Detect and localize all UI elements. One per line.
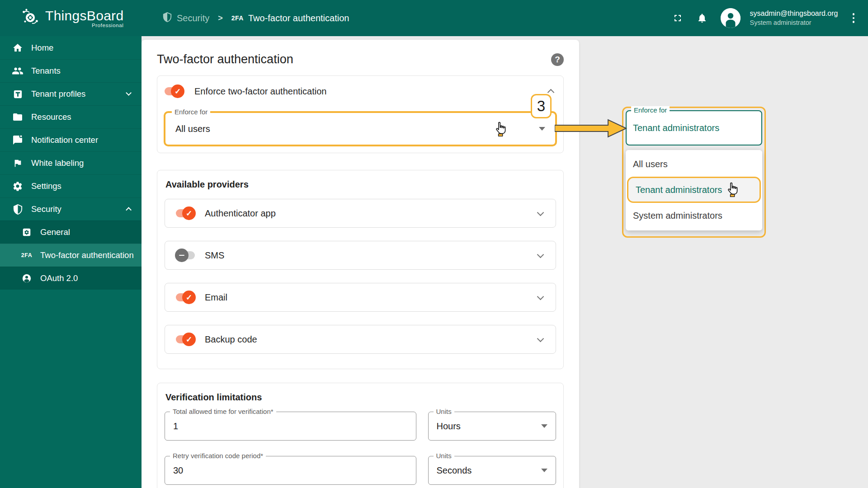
app-window: ThingsBoard Professional Security > 2FA … — [0, 0, 868, 488]
select-arrow-icon[interactable] — [541, 469, 547, 472]
home-icon — [12, 42, 24, 54]
annotation-step-number: 3 — [531, 94, 552, 118]
provider-row-sms[interactable]: SMS — [165, 241, 556, 270]
retry-code-period-field[interactable]: Retry verification code period* 30 — [165, 456, 416, 485]
total-time-units-select[interactable]: Units Hours — [428, 412, 557, 441]
sidebar-item-home[interactable]: Home — [0, 36, 142, 59]
annotation-arrow-icon — [555, 118, 627, 138]
sidebar-item-notification-center[interactable]: Notification center — [0, 128, 142, 151]
select-arrow-icon[interactable] — [539, 127, 545, 131]
main-content: Two-factor authentication ? Enforce two-… — [142, 36, 868, 488]
breadcrumb-page: 2FA Two-factor authentication — [231, 13, 349, 23]
enforce-for-value: All users — [175, 124, 210, 134]
help-icon[interactable]: ? — [551, 53, 564, 66]
option-all-users[interactable]: All users — [626, 154, 762, 174]
enforce-for-result-field: Enforce for Tenant administrators — [626, 110, 762, 145]
brand-edition: Professional — [45, 23, 123, 28]
sidebar-item-tenants[interactable]: Tenants — [0, 59, 142, 82]
breadcrumb-separator: > — [218, 14, 223, 23]
folder-icon — [12, 111, 24, 123]
select-arrow-icon[interactable] — [541, 424, 547, 428]
chevron-down-icon — [126, 90, 132, 96]
page-title: Two-factor authentication — [157, 52, 293, 66]
sidebar-item-general[interactable]: General — [0, 221, 142, 244]
provider-row-authenticator-app[interactable]: Authenticator app — [165, 199, 556, 228]
chevron-up-icon — [126, 207, 132, 213]
brand-name: ThingsBoard — [45, 9, 123, 23]
sidebar-item-white-labeling[interactable]: White labeling — [0, 151, 142, 174]
2fa-icon: 2FA — [231, 14, 244, 22]
sidebar-item-resources[interactable]: Resources — [0, 105, 142, 128]
user-info[interactable]: sysadmin@thingsboard.org System administ… — [750, 9, 838, 27]
enforce-2fa-label: Enforce two-factor authentication — [194, 86, 326, 97]
provider-row-email[interactable]: Email — [165, 283, 556, 312]
verification-limitations-panel: Verification limitations Total allowed t… — [157, 383, 564, 488]
chevron-down-icon[interactable] — [537, 251, 544, 258]
oauth-person-icon — [21, 272, 33, 284]
total-allowed-time-field[interactable]: Total allowed time for verification* 1 — [165, 412, 416, 441]
sidebar-item-security[interactable]: Security — [0, 197, 142, 221]
user-role: System administrator — [750, 19, 838, 28]
verification-heading: Verification limitations — [165, 392, 555, 403]
user-avatar[interactable] — [721, 8, 741, 28]
chevron-down-icon[interactable] — [537, 335, 544, 342]
sms-toggle[interactable] — [175, 249, 196, 262]
option-system-administrators[interactable]: System administrators — [626, 205, 762, 226]
chevron-down-icon[interactable] — [537, 293, 544, 300]
notification-center-icon — [12, 134, 24, 146]
tenants-icon — [12, 65, 24, 77]
sidebar-item-tenant-profiles[interactable]: Tenant profiles — [0, 82, 142, 105]
general-gear-icon — [21, 226, 33, 238]
providers-heading: Available providers — [165, 179, 555, 190]
sidebar-item-oauth[interactable]: OAuth 2.0 — [0, 267, 142, 290]
authenticator-app-toggle[interactable] — [175, 206, 196, 220]
2fa-icon: 2FA — [21, 249, 33, 261]
enforce-panel: Enforce two-factor authentication Enforc… — [157, 75, 564, 153]
enforce-for-annotation-popup: Enforce for Tenant administrators All us… — [622, 107, 766, 238]
user-email: sysadmin@thingsboard.org — [750, 9, 838, 19]
shield-icon — [162, 12, 172, 25]
brand-logo[interactable]: ThingsBoard Professional — [0, 7, 142, 29]
enforce-2fa-toggle[interactable] — [164, 84, 184, 98]
breadcrumb-security[interactable]: Security — [162, 12, 209, 25]
provider-row-backup-code[interactable]: Backup code — [165, 325, 556, 354]
hand-cursor-icon — [726, 182, 740, 197]
notifications-bell-icon[interactable] — [696, 12, 708, 24]
sidebar-item-two-factor-authentication[interactable]: 2FA Two-factor authentication — [0, 244, 142, 267]
breadcrumb: Security > 2FA Two-factor authentication — [162, 12, 672, 25]
sidebar-item-settings[interactable]: Settings — [0, 174, 142, 197]
enforce-for-label: Enforce for — [172, 108, 210, 116]
enforce-for-options-menu: All users Tenant administrators System a… — [626, 150, 762, 230]
sidebar-nav: Home Tenants Tenant profiles Resources N… — [0, 36, 142, 488]
fullscreen-icon[interactable] — [672, 12, 684, 24]
chevron-down-icon[interactable] — [537, 209, 544, 216]
available-providers-panel: Available providers Authenticator app SM… — [157, 170, 564, 369]
tenant-profiles-icon — [12, 88, 24, 100]
thingsboard-bug-icon — [20, 7, 41, 29]
enforce-for-select[interactable]: Enforce for All users 3 — [164, 111, 557, 146]
option-tenant-administrators[interactable]: Tenant administrators — [627, 177, 761, 203]
email-toggle[interactable] — [175, 291, 196, 304]
white-labeling-icon — [12, 157, 24, 169]
hand-cursor-icon — [494, 121, 508, 136]
two-factor-settings-card: Two-factor authentication ? Enforce two-… — [142, 40, 579, 488]
header-actions: sysadmin@thingsboard.org System administ… — [672, 8, 868, 28]
more-menu-icon[interactable] — [851, 11, 857, 25]
gear-icon — [12, 180, 24, 192]
shield-icon — [12, 203, 24, 215]
retry-period-units-select[interactable]: Units Seconds — [428, 456, 557, 485]
backup-code-toggle[interactable] — [175, 333, 196, 346]
top-header: ThingsBoard Professional Security > 2FA … — [0, 0, 868, 36]
